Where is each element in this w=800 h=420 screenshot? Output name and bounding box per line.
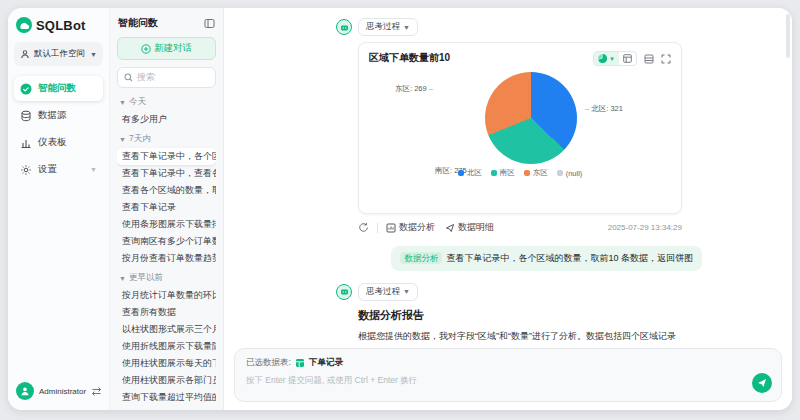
thinking-label: 思考过程: [366, 21, 400, 33]
sidebar-item-datasource[interactable]: 数据源: [14, 103, 103, 128]
legend-item[interactable]: (null): [557, 168, 583, 178]
assistant-avatar: [336, 284, 352, 300]
chevron-down-icon: ▼: [403, 288, 410, 295]
database-icon: [20, 110, 32, 122]
history-item[interactable]: 有多少用户: [117, 111, 216, 128]
search-icon: [124, 73, 133, 82]
app-title: SQLBot: [36, 18, 86, 33]
sidebar-item-label: 智能问数: [38, 82, 76, 95]
search-input[interactable]: 搜索: [117, 67, 216, 88]
history-item[interactable]: 查询南区有多少个订单数: [117, 233, 216, 250]
sidebar-item-label: 数据源: [38, 109, 67, 122]
message-tag: 数据分析: [400, 252, 442, 264]
chart-timestamp: 2025-07-29 13:34:29: [608, 223, 682, 232]
report-paragraph: 根据您提供的数据，我对字段“区域”和“数量”进行了分析。数据包括四个区域记录（北…: [358, 329, 692, 342]
avatar: [16, 382, 34, 400]
chart-type-switcher: ▼: [593, 51, 637, 66]
legend-swatch: [557, 170, 563, 176]
chat-scroll-area: 思考过程 ▼ 区域下单数量前10 ▼: [224, 8, 792, 342]
user-message: 数据分析查看下单记录中，各个区域的数量，取前10 条数据，返回饼图: [391, 246, 702, 271]
history-item[interactable]: 使用柱状图展示每天的下载量变化: [117, 355, 216, 372]
chevron-down-icon: ▼: [403, 24, 410, 31]
data-detail-button[interactable]: 数据明细: [445, 221, 494, 234]
sqlbot-logo-icon: [16, 17, 32, 33]
chart-title: 区域下单数量前10: [369, 51, 450, 65]
app-window: SQLBot 默认工作空间 ▼ 智能问数 数据源: [8, 8, 792, 410]
history-title: 智能问数: [118, 16, 158, 30]
history-list: ▼今天有多少用户▼7天内查看下单记录中，各个区域的数量…查看下单记录中，查看各个…: [117, 91, 216, 406]
thinking-process-toggle[interactable]: 思考过程 ▼: [358, 18, 418, 36]
legend-item[interactable]: 东区: [524, 168, 548, 178]
thinking-label: 思考过程: [366, 286, 400, 298]
history-item[interactable]: 使用柱状图展示各部门员工数: [117, 372, 216, 389]
sidebar: SQLBot 默认工作空间 ▼ 智能问数 数据源: [8, 8, 110, 410]
sidebar-item-label: 仪表板: [38, 136, 67, 149]
pie-chart: 北区: 321 南区: 275 东区: 269 北区南区东区(null): [369, 66, 671, 182]
chevron-down-icon: ▼: [90, 166, 97, 173]
pie-label-north: 北区: 321: [585, 104, 623, 114]
history-item[interactable]: 查看下单记录中，查看各个区域的…: [117, 165, 216, 182]
send-button[interactable]: [752, 373, 772, 393]
assistant-message-header: 思考过程 ▼: [336, 18, 708, 36]
data-analysis-button[interactable]: 数据分析: [386, 221, 435, 234]
legend-swatch: [524, 170, 530, 176]
history-item[interactable]: 以柱状图形式展示三个月的订单量: [117, 321, 216, 338]
sidebar-item-chat[interactable]: 智能问数: [14, 76, 103, 101]
data-view-icon[interactable]: [644, 54, 654, 64]
composer-input[interactable]: 按下 Enter 提交问题, 或使用 Ctrl + Enter 换行: [246, 375, 770, 387]
plus-circle-icon: [141, 44, 151, 54]
history-item[interactable]: 按月份查看订单数量趋势，使用折…: [117, 250, 216, 267]
chevron-down-icon: ▼: [90, 51, 97, 58]
history-group-label[interactable]: ▼更早以前: [117, 267, 216, 287]
report-title: 数据分析报告: [358, 308, 692, 323]
history-item[interactable]: 使用条形图展示下载量排名靠前的日…: [117, 216, 216, 233]
new-chat-button[interactable]: 新建对话: [117, 37, 216, 60]
pie-graphic[interactable]: [485, 72, 577, 164]
sidebar-item-dashboard[interactable]: 仪表板: [14, 130, 103, 155]
history-group-label[interactable]: ▼今天: [117, 91, 216, 111]
composer: 已选数据表: 下单记录 按下 Enter 提交问题, 或使用 Ctrl + En…: [234, 348, 782, 402]
sidebar-item-settings[interactable]: 设置 ▼: [14, 157, 103, 182]
legend-item[interactable]: 北区: [458, 168, 482, 178]
history-group-label[interactable]: ▼7天内: [117, 128, 216, 148]
legend-item[interactable]: 南区: [491, 168, 515, 178]
table-chart-type-button[interactable]: [619, 52, 636, 65]
user-account[interactable]: Administrator: [14, 380, 103, 402]
thinking-process-toggle[interactable]: 思考过程 ▼: [358, 283, 418, 301]
sidebar-nav: 智能问数 数据源 仪表板 设置 ▼: [14, 76, 103, 182]
analysis-icon: [386, 223, 396, 233]
logo: SQLBot: [14, 17, 103, 42]
legend-swatch: [491, 170, 497, 176]
collapse-panel-icon[interactable]: [204, 18, 215, 29]
chart-legend: 北区南区东区(null): [369, 168, 671, 178]
selected-table-name[interactable]: 下单记录: [309, 357, 343, 369]
gear-icon: [20, 164, 32, 176]
history-item[interactable]: 按月统计订单数量的环比增长率: [117, 287, 216, 304]
pie-chart-type-button[interactable]: ▼: [594, 52, 619, 65]
legend-swatch: [458, 170, 464, 176]
table-icon: [295, 358, 305, 368]
history-item[interactable]: 使用折线图展示下载量随日期的变…: [117, 338, 216, 355]
chevron-down-icon: ▼: [609, 56, 615, 62]
search-placeholder: 搜索: [137, 71, 155, 84]
scrollbar-thumb[interactable]: [786, 14, 790, 58]
refresh-icon[interactable]: [358, 222, 369, 233]
sidebar-item-label: 设置: [38, 163, 57, 176]
workspace-selector[interactable]: 默认工作空间 ▼: [14, 42, 103, 66]
assistant-message-header: 思考过程 ▼: [336, 283, 708, 301]
history-item[interactable]: 查看各个区域的数量，取前10 条数…: [117, 182, 216, 199]
chevron-down-icon: ▼: [119, 275, 126, 282]
chat-main: 思考过程 ▼ 区域下单数量前10 ▼: [224, 8, 792, 410]
history-item[interactable]: 查询下载量超过平均值的日期: [117, 389, 216, 406]
history-item[interactable]: 查看下单记录: [117, 199, 216, 216]
history-item[interactable]: 查看所有数据: [117, 304, 216, 321]
dashboard-icon: [20, 137, 32, 149]
selected-table-label: 已选数据表:: [246, 357, 291, 369]
history-panel: 智能问数 新建对话 搜索 ▼今天有多少用户▼7天内查看下单记录中，各个区域的数量…: [110, 8, 224, 410]
user-message-row: 数据分析查看下单记录中，各个区域的数量，取前10 条数据，返回饼图: [336, 246, 708, 271]
history-item[interactable]: 查看下单记录中，各个区域的数量…: [117, 148, 216, 165]
switch-icon[interactable]: [91, 386, 102, 397]
chat-ai-icon: [20, 83, 32, 95]
fullscreen-icon[interactable]: [661, 54, 671, 64]
new-chat-label: 新建对话: [154, 42, 192, 55]
